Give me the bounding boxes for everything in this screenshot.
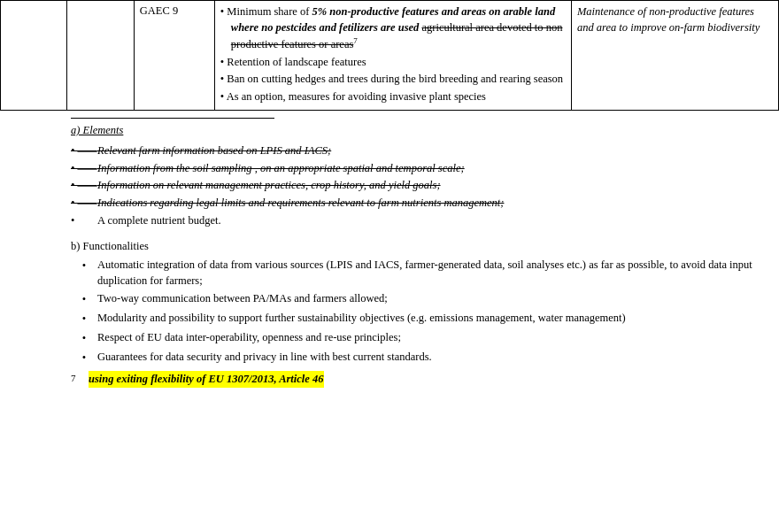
struck-dash-2: • —— — [71, 160, 97, 177]
func-text-4: Respect of EU data inter-operability, op… — [97, 330, 768, 346]
cell-main-content: Minimum share of 5% non-productive featu… — [214, 1, 571, 111]
func-dot-4: • — [71, 330, 97, 347]
divider-line — [71, 118, 274, 119]
func-dot-3: • — [71, 311, 97, 328]
struck-dash-4: • —— — [71, 195, 97, 212]
func-bullet-3: • Modularity and possibility to support … — [71, 311, 768, 328]
func-dot-1: • — [71, 258, 97, 274]
bullet-intro: Minimum share of — [227, 5, 312, 18]
page-wrapper: GAEC 9 Minimum share of 5% non-productiv… — [0, 0, 779, 395]
struck-text-3: Information on relevant management pract… — [97, 177, 441, 194]
struck-bullet-1: • —— Relevant farm information based on … — [71, 143, 768, 159]
struck-bullet-3: • —— Information on relevant management … — [71, 177, 768, 194]
struck-dash-1: • —— — [71, 143, 97, 159]
gaec-bullet-2: Retention of landscape features — [220, 55, 566, 71]
struck-text-4: Indications regarding legal limits and r… — [97, 195, 504, 212]
section-b-title: b) Functionalities — [71, 238, 768, 255]
main-table: GAEC 9 Minimum share of 5% non-productiv… — [0, 0, 779, 111]
func-dot-5: • — [71, 350, 97, 366]
cell-gaec: GAEC 9 — [134, 1, 214, 111]
struck-dash-3: • —— — [71, 177, 97, 194]
footnote-text: using exiting flexibility of EU 1307/201… — [89, 371, 324, 388]
footnote-sup-1: 7 — [353, 36, 358, 45]
func-bullet-1: • Automatic integration of data from var… — [71, 258, 768, 289]
func-text-2: Two-way communication between PA/MAs and… — [97, 291, 768, 307]
func-dot-2: • — [71, 291, 97, 308]
cell-empty-2 — [67, 1, 134, 111]
table-row: GAEC 9 Minimum share of 5% non-productiv… — [1, 1, 779, 111]
normal-dot-1: • — [71, 212, 97, 229]
func-text-5: Guarantees for data security and privacy… — [97, 350, 768, 366]
func-text-1: Automatic integration of data from vario… — [97, 258, 768, 289]
gaec-bullet-4: As an option, measures for avoiding inva… — [220, 89, 566, 105]
struck-text-2: Information from the soil sampling , on … — [97, 160, 465, 177]
func-text-3: Modularity and possibility to support fu… — [97, 311, 768, 327]
gaec-bullet-list: Minimum share of 5% non-productive featu… — [220, 4, 566, 104]
gaec-bullet-1: Minimum share of 5% non-productive featu… — [220, 4, 566, 53]
cell-right-content: Maintenance of non-productive features a… — [571, 1, 778, 111]
normal-text-1: A complete nutrient budget. — [97, 212, 221, 229]
gaec-label: GAEC 9 — [140, 4, 178, 17]
struck-bullet-2: • —— Information from the soil sampling … — [71, 160, 768, 177]
footnote-row: 7 using exiting flexibility of EU 1307/2… — [71, 371, 768, 388]
normal-bullet-1: • A complete nutrient budget. — [71, 212, 768, 229]
struck-text-1: Relevant farm information based on LPIS … — [97, 143, 331, 159]
cell-empty-1 — [1, 1, 67, 111]
func-bullet-2: • Two-way communication between PA/MAs a… — [71, 291, 768, 308]
section-a-title: a) Elements — [71, 122, 768, 139]
gaec-bullet-3: Ban on cutting hedges and trees during t… — [220, 72, 566, 88]
right-text: Maintenance of non-productive features a… — [577, 5, 760, 34]
below-section: a) Elements • —— Relevant farm informati… — [0, 111, 779, 395]
struck-bullet-4: • —— Indications regarding legal limits … — [71, 195, 768, 212]
func-bullet-4: • Respect of EU data inter-operability, … — [71, 330, 768, 347]
footnote-number: 7 — [71, 371, 89, 386]
func-bullet-5: • Guarantees for data security and priva… — [71, 350, 768, 366]
